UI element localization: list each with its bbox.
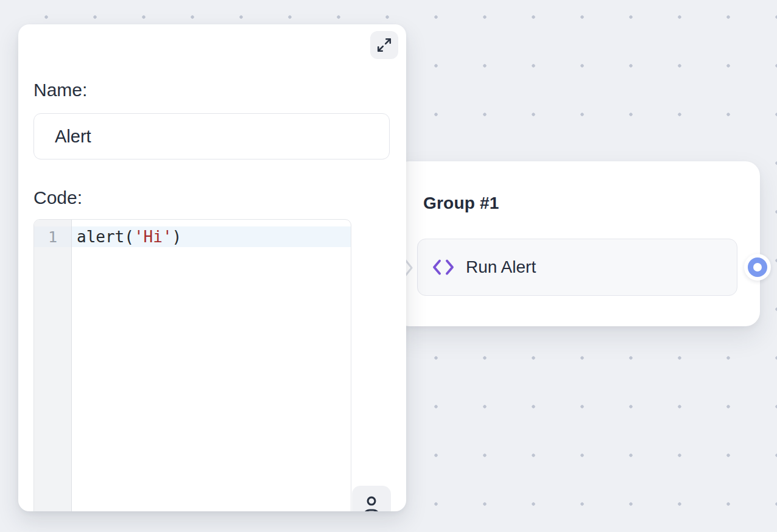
- group-title: Group #1: [423, 194, 499, 213]
- output-connector[interactable]: [744, 254, 771, 281]
- code-token-plain: alert(: [77, 228, 134, 246]
- group-card: Group #1 Run Alert: [395, 161, 760, 326]
- run-alert-node[interactable]: Run Alert: [417, 239, 737, 296]
- editor-code-area[interactable]: alert('Hi'): [72, 220, 351, 511]
- user-button[interactable]: [352, 486, 391, 511]
- code-editor[interactable]: 1 alert('Hi'): [33, 219, 351, 511]
- code-token-plain: ): [172, 228, 182, 246]
- name-input[interactable]: [33, 113, 390, 159]
- node-label: Run Alert: [466, 257, 536, 277]
- name-label: Name:: [33, 80, 87, 100]
- person-icon: [361, 495, 382, 511]
- expand-icon: [376, 37, 392, 53]
- line-number: 1: [34, 226, 71, 247]
- code-token-string: 'Hi': [134, 228, 172, 246]
- code-line: alert('Hi'): [72, 226, 351, 247]
- expand-button[interactable]: [370, 31, 398, 59]
- code-label: Code:: [33, 187, 82, 208]
- connector-ring-icon: [748, 257, 767, 277]
- editor-gutter: 1: [34, 220, 72, 511]
- code-icon: [432, 258, 454, 276]
- edit-node-modal: Name: Code: 1 alert('Hi'): [18, 24, 406, 511]
